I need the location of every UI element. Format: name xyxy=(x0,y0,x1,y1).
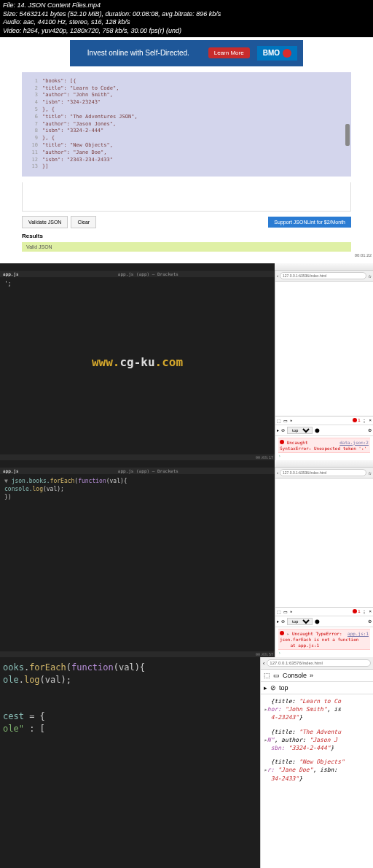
browser-pane: ‹ 127.0.0.1:63536/index.html ☆ ⬚ ▭ » 1 ⋮… xyxy=(275,263,373,460)
json-editor-textarea[interactable]: 1"books": [{ 2 "title": "Learn to Code",… xyxy=(22,72,351,177)
file-line: File: 14. JSON Content Files.mp4 xyxy=(3,1,370,10)
devtools-panel: ⬚ ▭ » 1 ⋮ × ▸ ⊘ top ⬤ ⚙ ▸ app.js:1 Uncau… xyxy=(275,607,373,657)
device-icon[interactable]: ▭ xyxy=(283,418,288,423)
browser-pane: ‹ 127.0.0.1:63536/index.html ☆ ⬚ ▭ » 1 ⋮… xyxy=(275,460,373,657)
play-icon[interactable]: ▸ xyxy=(264,684,267,691)
editor-title: app.js (app) — Brackets xyxy=(118,271,178,276)
browser-viewport xyxy=(275,282,373,416)
console-output: {title: "Learn to Co ▸hor: "John Smith",… xyxy=(261,694,373,791)
inspect-icon[interactable]: ⬚ xyxy=(277,609,281,614)
menu-icon[interactable]: ⋮ xyxy=(362,609,366,614)
url-bar[interactable]: 127.0.0.1:63576/index.html xyxy=(267,659,371,667)
star-icon[interactable]: ☆ xyxy=(368,274,372,279)
error-source-link[interactable]: data.json:2 xyxy=(339,440,369,446)
devtools-panel: ⬚ ▭ Console » ▸ ⊘ top {title: "Learn to … xyxy=(261,670,373,868)
video-line: Video: h264, yuv420p, 1280x720, 758 kb/s… xyxy=(3,27,370,36)
brackets-editor-zoomed[interactable]: ooks.forEach(function(val){ ole.log(val)… xyxy=(0,657,260,868)
results-heading: Results xyxy=(22,233,351,239)
close-icon[interactable]: × xyxy=(369,609,372,613)
button-row: Validate JSON Clear Support JSONLint for… xyxy=(22,216,351,228)
brackets-editor[interactable]: app.js app.js (app) — Brackets '; www.cg… xyxy=(0,263,275,460)
ad-text: Invest online with Self-Directed. xyxy=(76,49,201,57)
error-message: ▸ app.js:1 Uncaught TypeError: json.forE… xyxy=(278,629,370,650)
devtools-tabs: ⬚ ▭ » 1 ⋮ × xyxy=(275,608,373,616)
editor-tabs: app.js app.js (app) — Brackets xyxy=(0,468,275,474)
editor-title: app.js (app) — Brackets xyxy=(118,468,178,473)
browser-toolbar: ‹ 127.0.0.1:63536/index.html ☆ xyxy=(275,271,373,282)
error-message: data.json:2 Uncaught SyntaxError: Unexpe… xyxy=(278,438,370,454)
back-icon[interactable]: ‹ xyxy=(263,661,264,666)
error-icon xyxy=(280,440,284,444)
results-message: Valid JSON xyxy=(22,242,351,252)
watermark: www.cg-ku.com xyxy=(92,355,183,369)
brackets-editor[interactable]: app.js app.js (app) — Brackets ▼ json.bo… xyxy=(0,460,275,657)
devtools-filter-bar: ▸ ⊘ top ⬤ ⚙ xyxy=(275,425,373,436)
editor-content[interactable]: '; xyxy=(0,277,275,291)
devtools-tabs: ⬚ ▭ Console » xyxy=(261,670,373,682)
filter-icon[interactable]: ⬤ xyxy=(315,619,320,624)
url-bar[interactable]: 127.0.0.1:63536/index.html xyxy=(280,272,366,279)
device-icon[interactable]: ▭ xyxy=(273,672,280,679)
support-button[interactable]: Support JSONLint for $2/Month xyxy=(268,217,351,228)
devtools-filter-bar: ▸ ⊘ top xyxy=(261,682,373,694)
inspect-icon[interactable]: ⬚ xyxy=(264,672,270,679)
browser-viewport xyxy=(275,478,373,607)
clear-icon[interactable]: ⊘ xyxy=(270,684,276,691)
back-icon[interactable]: ‹ xyxy=(277,274,278,278)
play-icon[interactable]: ▸ xyxy=(277,427,279,433)
clear-icon[interactable]: ⊘ xyxy=(281,427,285,433)
ad-banner[interactable]: Invest online with Self-Directed. Learn … xyxy=(70,40,303,66)
gear-icon[interactable]: ⚙ xyxy=(368,619,372,624)
more-tabs[interactable]: » xyxy=(290,609,292,613)
play-icon[interactable]: ▸ xyxy=(277,619,279,624)
editor-statusbar xyxy=(0,454,275,460)
close-icon[interactable]: × xyxy=(369,418,372,422)
timestamp-3: 00:03:57 xyxy=(256,652,273,656)
error-badge[interactable]: 1 xyxy=(353,609,360,613)
editor-tabs: app.js app.js (app) — Brackets xyxy=(0,271,275,277)
screenshot-section-2: Brackets File Edit Find View Navigate Wi… xyxy=(0,263,373,460)
filter-icon[interactable]: ⬤ xyxy=(315,427,320,433)
star-icon[interactable]: ☆ xyxy=(368,470,372,476)
console-object-2[interactable]: {title: "The Adventu ▸N", author: "Jason… xyxy=(264,728,370,753)
editor-content[interactable]: ▼ json.books.forEach(function(val){ cons… xyxy=(0,474,275,505)
console-tab[interactable]: Console xyxy=(283,672,307,679)
more-tabs[interactable]: » xyxy=(310,672,313,679)
console-object-3[interactable]: {title: "New Objects" ▸r: "Jane Doe", is… xyxy=(264,758,370,783)
json-validator-section: Invest online with Self-Directed. Learn … xyxy=(0,40,373,263)
inspect-icon[interactable]: ⬚ xyxy=(277,418,281,423)
validate-json-button[interactable]: Validate JSON xyxy=(22,216,68,228)
clear-icon[interactable]: ⊘ xyxy=(281,619,285,624)
devtools-tabs: ⬚ ▭ » 1 ⋮ × xyxy=(275,416,373,425)
console-object-1[interactable]: {title: "Learn to Co ▸hor: "John Smith",… xyxy=(264,697,370,722)
browser-pane-zoomed: ‹ 127.0.0.1:63576/index.html ⬚ ▭ Console… xyxy=(260,657,373,868)
error-icon xyxy=(280,631,284,635)
devtools-panel: ⬚ ▭ » 1 ⋮ × ▸ ⊘ top ⬤ ⚙ data.json:2 Unca… xyxy=(275,416,373,460)
error-badge[interactable]: 1 xyxy=(353,418,360,422)
back-icon[interactable]: ‹ xyxy=(277,470,278,475)
size-line: Size: 54632141 bytes (52.10 MiB), durati… xyxy=(3,10,370,19)
scrollbar-thumb[interactable] xyxy=(345,124,350,146)
bmo-circle-icon xyxy=(283,49,291,58)
error-source-link[interactable]: app.js:1 xyxy=(348,631,369,637)
context-select[interactable]: top xyxy=(287,427,313,434)
editor-tab[interactable]: app.js xyxy=(3,271,19,276)
ad-cta-button[interactable]: Learn More xyxy=(208,47,250,58)
console-output: ▸ app.js:1 Uncaught TypeError: json.forE… xyxy=(275,627,373,657)
gear-icon[interactable]: ⚙ xyxy=(368,427,372,433)
screenshot-section-4: ooks.forEach(function(val){ ole.log(val)… xyxy=(0,657,373,868)
context-select[interactable]: top xyxy=(279,684,288,691)
browser-toolbar: ‹ 127.0.0.1:63536/index.html ☆ xyxy=(275,468,373,478)
clear-button[interactable]: Clear xyxy=(71,216,96,228)
editor-tab[interactable]: app.js xyxy=(3,468,19,473)
timestamp-2: 00:03:17 xyxy=(256,455,273,460)
more-tabs[interactable]: » xyxy=(290,418,292,422)
url-bar[interactable]: 127.0.0.1:63536/index.html xyxy=(280,469,366,476)
context-select[interactable]: top xyxy=(287,618,313,625)
audio-line: Audio: aac, 44100 Hz, stereo, s16, 128 k… xyxy=(3,18,370,27)
media-info-header: File: 14. JSON Content Files.mp4 Size: 5… xyxy=(0,0,373,37)
menu-icon[interactable]: ⋮ xyxy=(362,418,366,423)
device-icon[interactable]: ▭ xyxy=(283,609,288,614)
bmo-logo: BMO xyxy=(257,46,297,61)
console-output: data.json:2 Uncaught SyntaxError: Unexpe… xyxy=(275,436,373,460)
